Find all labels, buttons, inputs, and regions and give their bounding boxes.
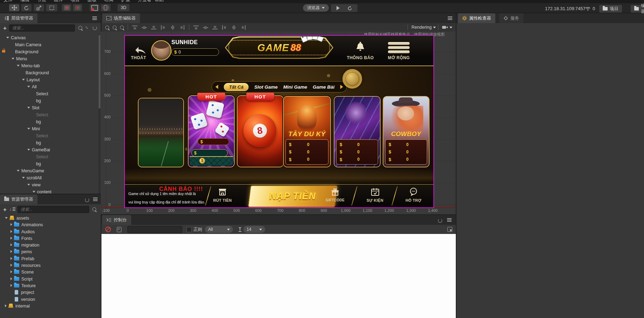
distribute-right-icon[interactable] [241,25,246,30]
menu-item[interactable]: 节点 [37,0,46,3]
menu-item[interactable]: 项目 [71,0,80,3]
menu-bar[interactable]: 文件编辑节点组件项目面板布局扩展开发者帮助 [0,0,644,3]
expand-arrow-icon[interactable] [10,230,12,233]
asset-node[interactable]: Audios [0,229,101,235]
asset-node[interactable]: resources [0,262,101,269]
coordinate-local-button[interactable] [90,4,99,11]
camera-icon[interactable] [442,25,448,29]
hierarchy-scrollbar[interactable] [99,34,100,194]
hierarchy-node[interactable]: bg [0,97,98,104]
scene-viewport[interactable]: 使用鼠标右键平移视窗焦点，使用滚轮缩放视图 700600500400300200… [101,32,456,214]
expand-arrow-icon[interactable] [22,177,25,179]
expand-arrow-icon[interactable] [12,58,14,60]
expand-button[interactable]: MỞ RỘNG [378,55,420,60]
expand-menu-icon[interactable] [388,42,410,53]
hierarchy-node[interactable]: bg [0,160,98,167]
align-vcenter-icon[interactable] [142,25,147,30]
menu-item[interactable]: 编辑 [20,0,29,3]
move-tool-button[interactable] [9,4,19,11]
console-filter-input[interactable] [127,226,182,233]
game-card-avengers[interactable]: $0$0$0 [334,96,381,167]
hierarchy-node[interactable]: view [0,181,98,188]
support-button[interactable]: HỖ TRỢ [398,186,429,202]
game-card-stadium[interactable] [138,98,184,167]
asset-node[interactable]: Animations [0,222,101,228]
distribute-hcenter-icon[interactable] [231,25,236,30]
hierarchy-node[interactable]: GameBai [0,146,98,153]
game-tab-item[interactable]: Slot Game [254,84,278,90]
expand-arrow-icon[interactable] [27,86,30,88]
game-tab-item[interactable]: Mini Game [283,84,307,90]
rendering-dropdown[interactable]: Rendering [411,25,432,30]
regex-checkbox[interactable] [186,227,192,232]
assets-search-input[interactable] [17,206,89,213]
menu-item[interactable]: 帮助 [155,0,164,3]
balance-field[interactable]: $ 0 [171,48,219,56]
expand-arrow-icon[interactable] [10,250,12,253]
distribute-left-icon[interactable] [222,25,227,30]
hierarchy-node[interactable]: Canvas [0,34,98,41]
menu-item[interactable]: 文件 [3,0,13,3]
add-asset-button[interactable]: + [3,207,7,213]
hierarchy-node[interactable]: bg [0,118,98,125]
asset-node[interactable]: migration [0,242,101,249]
zoom-reset-icon[interactable] [120,26,124,29]
align-hcenter-icon[interactable] [170,25,175,30]
back-arrow-icon[interactable] [134,45,147,55]
hierarchy-node[interactable]: Menu-tab [0,62,98,69]
hierarchy-node[interactable]: All [0,83,98,90]
hierarchy-node[interactable]: Select [0,153,98,160]
align-right-icon[interactable] [179,25,185,30]
tab-properties[interactable]: 属性检查器 [458,13,495,23]
play-icon[interactable] [337,6,340,10]
asset-node[interactable]: Script [0,276,101,283]
zoom-in-icon[interactable] [105,26,109,29]
expand-arrow-icon[interactable] [33,191,35,193]
game-card-cowboy[interactable]: COWBOY $0$0$0 [383,96,430,167]
asset-node[interactable]: Prefab [0,256,101,262]
expand-arrow-icon[interactable] [10,243,12,246]
exit-button[interactable]: THOÁT [128,55,149,60]
rect-tool-button[interactable] [46,4,57,11]
asset-node[interactable]: project [0,289,101,296]
chevron-down-icon[interactable] [450,27,452,28]
game-logo-banner[interactable]: GAME 88 A A A A [225,36,333,59]
scene-menu-icon[interactable] [448,18,452,19]
expand-arrow-icon[interactable] [10,270,12,273]
game-tab-item[interactable]: Game Bài [313,84,334,90]
zoom-out-icon[interactable] [113,26,116,29]
hierarchy-assets-splitter[interactable] [0,194,101,194]
hierarchy-tab[interactable]: 层级管理器 [0,13,37,23]
assets-menu-icon[interactable] [93,199,98,200]
sort-icon[interactable]: ↓ [9,206,15,212]
log-file-icon[interactable] [117,227,121,232]
expand-arrow-icon[interactable] [10,257,12,260]
hierarchy-search-input[interactable] [9,25,75,32]
asset-node[interactable]: version [0,296,101,303]
search-icon[interactable] [78,26,82,30]
menu-item[interactable]: 开发者 [138,0,151,3]
expand-arrow-icon[interactable] [27,184,30,186]
distribute-vcenter-icon[interactable] [203,25,208,30]
rotate-tool-button[interactable] [21,4,31,11]
hierarchy-node[interactable]: Background [0,48,98,55]
open-editor-button[interactable]: 编辑器 [631,5,644,13]
scale-tool-button[interactable] [34,4,44,11]
expand-arrow-icon[interactable] [27,107,30,109]
game-card-tay-du-ky[interactable]: TÂY DU KÝ $0$0$0 [283,96,331,167]
log-level-dropdown[interactable]: All [205,226,233,233]
hierarchy-node[interactable]: Main Camera [0,41,98,48]
tab-services[interactable]: 服务 [499,13,523,23]
collapse-logs-icon[interactable] [447,227,452,232]
expand-arrow-icon[interactable] [5,217,8,219]
hierarchy-node[interactable]: Slot [0,104,98,111]
menu-item[interactable]: 布局 [104,0,113,3]
notifications-button[interactable]: THÔNG BÁO [339,55,381,60]
expand-arrow-icon[interactable] [10,284,12,287]
expand-arrow-icon[interactable] [10,277,12,280]
expand-arrow-icon[interactable] [27,149,30,151]
game-canvas[interactable]: THOÁT SUNHIDE $ 0 GAME 88 A A A [124,35,434,208]
giftcode-button[interactable]: GIFTCODE [319,186,351,202]
search-icon[interactable] [92,207,96,211]
menu-item[interactable]: 扩展 [121,0,130,3]
